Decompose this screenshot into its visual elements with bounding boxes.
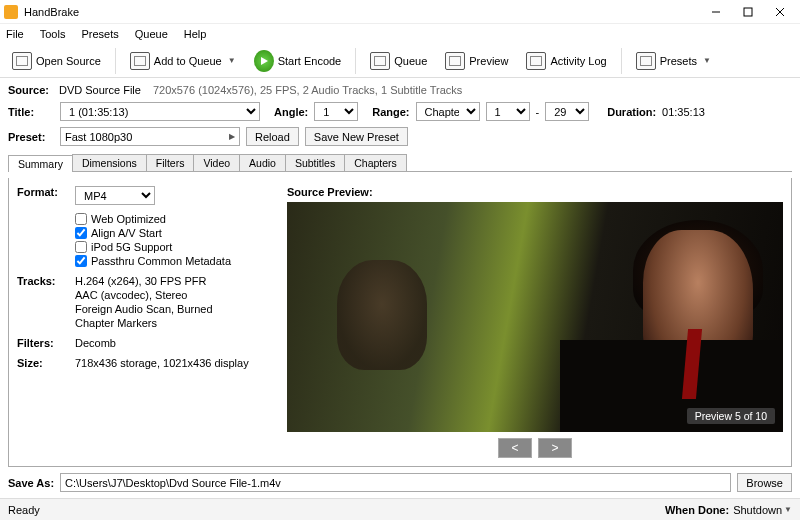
menu-tools[interactable]: Tools: [40, 28, 66, 40]
app-title: HandBrake: [24, 6, 79, 18]
track-line: Foreign Audio Scan, Burned: [75, 303, 277, 315]
log-icon: [526, 51, 546, 71]
preview-nav: < >: [287, 438, 783, 458]
save-as-input[interactable]: [60, 473, 731, 492]
tab-subtitles[interactable]: Subtitles: [285, 154, 345, 171]
reload-button[interactable]: Reload: [246, 127, 299, 146]
chevron-down-icon[interactable]: ▼: [784, 505, 792, 514]
tab-body: Format: MP4 Web Optimized Align A/V Star…: [8, 178, 792, 467]
folder-icon: [12, 51, 32, 71]
title-label: Title:: [8, 106, 54, 118]
chevron-down-icon: ▼: [228, 56, 236, 65]
presets-icon: [636, 51, 656, 71]
menu-help[interactable]: Help: [184, 28, 207, 40]
menubar: File Tools Presets Queue Help: [0, 24, 800, 44]
save-as-row: Save As: Browse: [8, 473, 792, 492]
close-button[interactable]: [764, 1, 796, 23]
align-av-checkbox[interactable]: Align A/V Start: [75, 227, 277, 239]
tab-video[interactable]: Video: [193, 154, 240, 171]
track-line: Chapter Markers: [75, 317, 277, 329]
minimize-button[interactable]: [700, 1, 732, 23]
save-new-preset-button[interactable]: Save New Preset: [305, 127, 408, 146]
tab-filters[interactable]: Filters: [146, 154, 195, 171]
duration-value: 01:35:13: [662, 106, 705, 118]
app-icon: [4, 5, 18, 19]
tracks-list: H.264 (x264), 30 FPS PFR AAC (avcodec), …: [75, 275, 277, 329]
tab-summary[interactable]: Summary: [8, 155, 73, 172]
preview-label: Source Preview:: [287, 186, 783, 198]
svg-rect-1: [744, 8, 752, 16]
source-row: Source: DVD Source File 720x576 (1024x57…: [8, 84, 792, 96]
duration-label: Duration:: [607, 106, 656, 118]
preset-row: Preset: Fast 1080p30▶ Reload Save New Pr…: [8, 127, 792, 146]
chevron-right-icon: ▶: [229, 132, 235, 141]
web-optimized-checkbox[interactable]: Web Optimized: [75, 213, 277, 225]
separator: [621, 48, 622, 74]
start-encode-button[interactable]: Start Encode: [248, 48, 348, 74]
separator: [355, 48, 356, 74]
range-label: Range:: [372, 106, 409, 118]
preset-select[interactable]: Fast 1080p30▶: [60, 127, 240, 146]
maximize-button[interactable]: [732, 1, 764, 23]
preview-image: [287, 202, 783, 432]
size-label: Size:: [17, 357, 67, 369]
range-start-select[interactable]: 1: [486, 102, 530, 121]
track-line: H.264 (x264), 30 FPS PFR: [75, 275, 277, 287]
tracks-label: Tracks:: [17, 275, 67, 329]
preview-next-button[interactable]: >: [538, 438, 572, 458]
source-preview: Preview 5 of 10: [287, 202, 783, 432]
preview-counter: Preview 5 of 10: [687, 408, 775, 424]
title-select[interactable]: 1 (01:35:13): [60, 102, 260, 121]
summary-right: Source Preview: Preview 5 of 10 < >: [287, 186, 783, 458]
passthru-metadata-checkbox[interactable]: Passthru Common Metadata: [75, 255, 277, 267]
summary-left: Format: MP4 Web Optimized Align A/V Star…: [17, 186, 277, 458]
when-done-label: When Done:: [665, 504, 729, 516]
ipod-checkbox[interactable]: iPod 5G Support: [75, 241, 277, 253]
menu-queue[interactable]: Queue: [135, 28, 168, 40]
window-titlebar: HandBrake: [0, 0, 800, 24]
format-label: Format:: [17, 186, 67, 267]
menu-file[interactable]: File: [6, 28, 24, 40]
angle-select[interactable]: 1: [314, 102, 358, 121]
activity-log-button[interactable]: Activity Log: [520, 48, 612, 74]
source-label: Source:: [8, 84, 49, 96]
tab-dimensions[interactable]: Dimensions: [72, 154, 147, 171]
tab-audio[interactable]: Audio: [239, 154, 286, 171]
range-dash: -: [536, 106, 540, 118]
size-value: 718x436 storage, 1021x436 display: [75, 357, 277, 369]
source-name: DVD Source File: [59, 84, 141, 96]
add-queue-icon: [130, 51, 150, 71]
preview-prev-button[interactable]: <: [498, 438, 532, 458]
separator: [115, 48, 116, 74]
filters-label: Filters:: [17, 337, 67, 349]
status-text: Ready: [8, 504, 40, 516]
browse-button[interactable]: Browse: [737, 473, 792, 492]
preview-icon: [445, 51, 465, 71]
tabstrip: Summary Dimensions Filters Video Audio S…: [8, 154, 792, 172]
tab-chapters[interactable]: Chapters: [344, 154, 407, 171]
title-row: Title: 1 (01:35:13) Angle: 1 Range: Chap…: [8, 102, 792, 121]
source-details: 720x576 (1024x576), 25 FPS, 2 Audio Trac…: [153, 84, 462, 96]
format-select[interactable]: MP4: [75, 186, 155, 205]
range-type-select[interactable]: Chapters: [416, 102, 480, 121]
range-end-select[interactable]: 29: [545, 102, 589, 121]
presets-button[interactable]: Presets▼: [630, 48, 717, 74]
queue-button[interactable]: Queue: [364, 48, 433, 74]
preview-button[interactable]: Preview: [439, 48, 514, 74]
open-source-button[interactable]: Open Source: [6, 48, 107, 74]
when-done-value[interactable]: Shutdown: [733, 504, 782, 516]
filters-value: Decomb: [75, 337, 277, 349]
add-to-queue-button[interactable]: Add to Queue▼: [124, 48, 242, 74]
play-icon: [254, 51, 274, 71]
save-as-label: Save As:: [8, 477, 54, 489]
menu-presets[interactable]: Presets: [81, 28, 118, 40]
chevron-down-icon: ▼: [703, 56, 711, 65]
toolbar: Open Source Add to Queue▼ Start Encode Q…: [0, 44, 800, 78]
angle-label: Angle:: [274, 106, 308, 118]
track-line: AAC (avcodec), Stereo: [75, 289, 277, 301]
preset-label: Preset:: [8, 131, 54, 143]
queue-icon: [370, 51, 390, 71]
statusbar: Ready When Done: Shutdown ▼: [0, 498, 800, 520]
